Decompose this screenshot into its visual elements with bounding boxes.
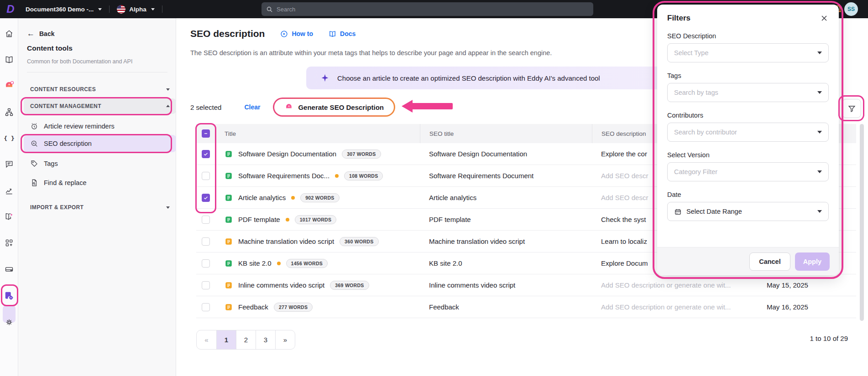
sidebar-item-article-review-reminders[interactable]: Article review reminders xyxy=(24,118,176,135)
alarm-clock-icon xyxy=(30,122,38,130)
chevron-down-icon xyxy=(817,52,822,57)
page-description: The SEO description is an attribute with… xyxy=(190,49,552,57)
docs-link[interactable]: Docs xyxy=(329,30,356,38)
apply-button[interactable]: Apply xyxy=(795,252,830,271)
sidebar-subtitle: Common for both Documentation and API xyxy=(27,58,132,65)
sidebar-item-seo-description[interactable]: SEO description xyxy=(24,135,176,152)
calendar-icon xyxy=(674,208,682,216)
book-icon xyxy=(329,30,336,38)
article-icon xyxy=(225,259,233,268)
categories-icon[interactable] xyxy=(0,103,18,121)
pagination-page-3[interactable]: 3 xyxy=(256,330,275,349)
pagination-range: 1 to 10 of 29 xyxy=(810,335,848,342)
pagination-page-2[interactable]: 2 xyxy=(236,330,256,349)
filter-label-date: Date xyxy=(667,191,829,198)
word-count-badge: 360 WORDS xyxy=(340,237,378,246)
search-icon xyxy=(266,6,273,13)
cancel-button[interactable]: Cancel xyxy=(749,252,790,271)
filter-select-type[interactable]: Select Type xyxy=(667,43,829,62)
row-checkbox[interactable] xyxy=(202,237,210,246)
chevron-down-icon xyxy=(166,88,170,93)
filter-select-contributors[interactable]: Search by contributor xyxy=(667,123,829,142)
divider xyxy=(162,5,162,13)
section-content-resources[interactable]: CONTENT RESOURCES xyxy=(24,82,176,97)
integrations-icon[interactable] xyxy=(0,234,18,252)
clear-selection-link[interactable]: Clear xyxy=(244,103,260,111)
play-circle-icon xyxy=(280,30,288,38)
chevron-down-icon xyxy=(817,210,822,215)
settings-gear-icon[interactable] xyxy=(0,313,18,331)
back-arrow-icon: ← xyxy=(27,29,35,38)
word-count-badge: 277 WORDS xyxy=(274,303,313,312)
unpublished-changes-dot xyxy=(286,218,289,221)
row-checkbox[interactable] xyxy=(202,172,210,180)
chevron-down-icon xyxy=(151,8,155,12)
annotation-arrow xyxy=(402,100,455,113)
article-icon xyxy=(225,281,233,289)
pagination-next[interactable]: » xyxy=(275,330,295,349)
row-checkbox[interactable] xyxy=(202,194,210,202)
filter-select-tags[interactable]: Search by tags xyxy=(667,83,829,102)
drive-icon[interactable] xyxy=(0,260,18,278)
pagination-page-1[interactable]: 1 xyxy=(216,330,236,349)
word-count-badge: 1017 WORDS xyxy=(295,215,337,224)
unpublished-changes-dot xyxy=(291,196,295,200)
sidebar: ← Back Content tools Common for both Doc… xyxy=(18,18,176,376)
filter-label-tags: Tags xyxy=(667,72,829,79)
row-checkbox[interactable] xyxy=(202,303,210,311)
table-row[interactable]: Inline comments video script369 WORDS In… xyxy=(196,274,856,296)
global-search[interactable] xyxy=(261,2,593,16)
check-icon xyxy=(203,151,209,157)
filters-panel: Filters SEO Description Select Type Tags… xyxy=(657,5,839,275)
vertical-scrollbar[interactable] xyxy=(860,124,864,321)
content-tools-icon[interactable] xyxy=(0,287,18,305)
eddy-ai-icon[interactable] xyxy=(0,77,18,95)
filters-title: Filters xyxy=(667,14,690,23)
row-checkbox[interactable] xyxy=(202,216,210,224)
sidebar-item-find-replace[interactable]: Find & replace xyxy=(24,174,176,191)
article-icon xyxy=(225,194,233,202)
find-replace-icon xyxy=(30,179,38,187)
column-header-title[interactable]: Title xyxy=(215,124,420,143)
word-count-badge: 1456 WORDS xyxy=(286,259,328,268)
search-input[interactable] xyxy=(277,6,550,13)
section-import-export[interactable]: IMPORT & EXPORT xyxy=(24,200,176,215)
home-icon[interactable] xyxy=(0,25,18,43)
feedback-icon[interactable] xyxy=(0,155,18,173)
select-all-checkbox[interactable] xyxy=(202,129,210,138)
filter-button[interactable] xyxy=(842,99,861,118)
filter-select-date-range[interactable]: Select Date Range xyxy=(667,202,829,221)
article-icon xyxy=(225,172,233,180)
close-icon[interactable] xyxy=(820,14,829,23)
analytics-icon[interactable] xyxy=(0,181,18,200)
document360-logo-icon[interactable]: D xyxy=(5,3,16,15)
documentation-icon[interactable] xyxy=(0,51,18,69)
sparkle-icon xyxy=(320,73,330,83)
workspace-switcher[interactable]: Alpha xyxy=(129,6,146,13)
word-count-badge: 307 WORDS xyxy=(342,149,381,159)
column-header-seo-title[interactable]: SEO title xyxy=(420,124,592,143)
table-row[interactable]: Feedback277 WORDS Feedback Add SEO descr… xyxy=(196,296,856,318)
article-icon xyxy=(225,216,233,224)
filter-select-version[interactable]: Category Filter xyxy=(667,162,829,181)
sidebar-title: Content tools xyxy=(27,44,73,52)
pagination: « 1 2 3 » xyxy=(196,330,295,350)
back-button[interactable]: ← Back xyxy=(27,29,54,38)
filter-label-contributors: Contributors xyxy=(667,112,829,119)
row-checkbox[interactable] xyxy=(202,259,210,268)
row-checkbox[interactable] xyxy=(202,281,210,289)
user-avatar[interactable]: SS xyxy=(844,2,858,16)
chevron-down-icon xyxy=(166,206,170,211)
pagination-first[interactable]: « xyxy=(197,330,216,349)
icon-rail: { } xyxy=(0,18,18,376)
how-to-link[interactable]: How to xyxy=(280,30,313,38)
divider xyxy=(109,5,110,13)
api-docs-icon[interactable]: { } xyxy=(0,129,18,147)
language-flag-icon xyxy=(117,5,125,14)
generate-seo-description-button[interactable]: Generate SEO Description xyxy=(273,98,395,117)
row-checkbox[interactable] xyxy=(202,150,210,158)
project-switcher[interactable]: Document360 Demo -... xyxy=(26,6,94,13)
kb-widget-icon[interactable] xyxy=(0,207,18,226)
section-content-management[interactable]: CONTENT MANAGEMENT xyxy=(24,98,176,114)
sidebar-item-tags[interactable]: Tags xyxy=(24,155,176,172)
